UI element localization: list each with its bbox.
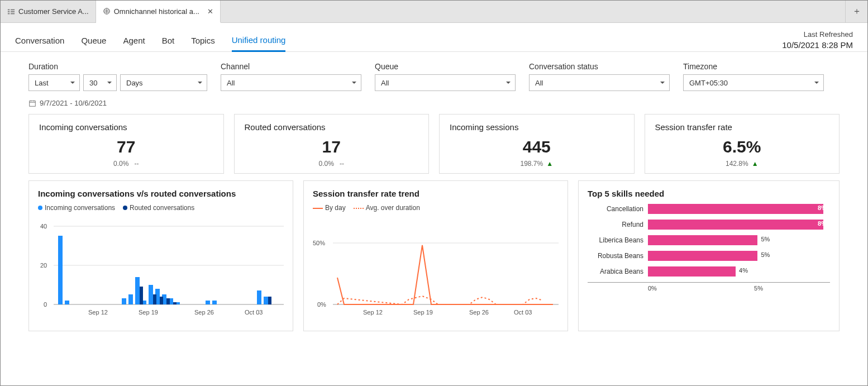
svg-rect-34: [160, 297, 163, 304]
kpi-title: Routed conversations: [245, 122, 419, 132]
svg-rect-20: [128, 294, 133, 304]
filter-status: Conversation status All: [529, 62, 670, 91]
svg-text:Sep 19: Sep 19: [139, 309, 158, 316]
filter-timezone: Timezone GMT+05:30: [683, 62, 824, 91]
svg-rect-18: [65, 301, 69, 304]
svg-rect-33: [153, 294, 156, 304]
svg-text:Sep 12: Sep 12: [363, 309, 383, 316]
subnav-queue[interactable]: Queue: [81, 30, 106, 51]
subnav-unified-routing[interactable]: Unified routing: [232, 30, 286, 52]
tab-omnichannel[interactable]: Omnichannel historical a... ✕: [96, 1, 221, 23]
svg-rect-36: [173, 302, 177, 304]
subnav-conversation[interactable]: Conversation: [15, 30, 64, 51]
subnav-agent[interactable]: Agent: [123, 30, 145, 51]
svg-text:Oct 03: Oct 03: [245, 309, 263, 316]
queue-select[interactable]: All: [375, 74, 516, 91]
svg-rect-23: [149, 285, 153, 304]
kpi-routed-conversations[interactable]: Routed conversations 17 0.0% --: [234, 114, 430, 174]
duration-value-select[interactable]: 30: [83, 74, 117, 91]
app-icon: [7, 8, 15, 16]
kpi-delta: 142.8%▲: [655, 160, 829, 168]
subnav-topics[interactable]: Topics: [191, 30, 215, 51]
svg-text:Sep 26: Sep 26: [194, 309, 214, 316]
svg-text:50%: 50%: [313, 240, 325, 246]
kpi-value: 445: [450, 137, 624, 156]
kpi-delta: 0.0% --: [245, 160, 419, 168]
line-chart-svg: 50% 0% Sep 12 Sep 19 Sep 26 Oct 03: [313, 215, 559, 321]
duration-unit-select[interactable]: Days: [120, 74, 207, 91]
legend-swatch-icon: [123, 206, 127, 210]
skill-label: Arabica Beans: [588, 268, 643, 275]
svg-text:0%: 0%: [317, 301, 326, 308]
kpi-title: Incoming conversations: [39, 122, 213, 132]
tab-customer-service[interactable]: Customer Service A...: [1, 1, 96, 22]
skill-row: Cancellation8%: [588, 204, 830, 214]
skill-bar: 5%: [648, 251, 830, 261]
status-select[interactable]: All: [529, 74, 670, 91]
svg-text:Sep 26: Sep 26: [469, 309, 489, 316]
filter-label: Timezone: [683, 62, 824, 71]
last-refreshed: Last Refreshed 10/5/2021 8:28 PM: [782, 30, 853, 50]
filter-label: Channel: [221, 62, 361, 71]
svg-text:Sep 19: Sep 19: [413, 309, 433, 316]
report-subnav: Conversation Queue Agent Bot Topics Unif…: [1, 23, 867, 52]
trend-up-icon: ▲: [546, 160, 553, 168]
kpi-incoming-sessions[interactable]: Incoming sessions 445 198.7%▲: [439, 114, 635, 174]
chart-transfer-rate-trend[interactable]: Session transfer rate trend By day Avg. …: [303, 180, 568, 331]
svg-text:Sep 12: Sep 12: [88, 309, 108, 316]
filter-duration: Duration Last 30 Days: [28, 62, 207, 91]
svg-rect-5: [11, 13, 15, 14]
chart-incoming-vs-routed[interactable]: Incoming conversations v/s routed conver…: [28, 180, 293, 331]
svg-rect-30: [257, 290, 261, 304]
filter-label: Duration: [28, 62, 207, 71]
filter-queue: Queue All: [375, 62, 516, 91]
duration-mode-select[interactable]: Last: [28, 74, 80, 91]
chart-top-skills[interactable]: Top 5 skills needed Cancellation8%Refund…: [578, 180, 840, 331]
refresh-label: Last Refreshed: [782, 30, 853, 40]
filter-label: Queue: [375, 62, 516, 71]
skill-row: Refund8%: [588, 220, 830, 230]
skill-bar: 8%: [648, 204, 830, 214]
kpi-value: 77: [39, 137, 213, 156]
svg-text:Oct 03: Oct 03: [514, 309, 532, 316]
svg-rect-0: [8, 9, 10, 10]
legend-swatch-icon: [354, 208, 364, 209]
skill-label: Liberica Beans: [588, 236, 643, 244]
tab-bar: Customer Service A... Omnichannel histor…: [1, 1, 867, 23]
subnav-bot[interactable]: Bot: [162, 30, 175, 51]
svg-rect-21: [135, 277, 140, 304]
skill-label: Robusta Beans: [588, 252, 643, 260]
svg-rect-17: [58, 236, 63, 304]
trend-up-icon: ▲: [752, 160, 759, 168]
chart-title: Incoming conversations v/s routed conver…: [38, 189, 284, 198]
x-axis: 0% 5%: [588, 282, 830, 292]
kpi-title: Session transfer rate: [655, 122, 829, 132]
kpi-incoming-conversations[interactable]: Incoming conversations 77 0.0% --: [28, 114, 224, 174]
skill-label: Cancellation: [588, 205, 643, 213]
skill-row: Liberica Beans5%: [588, 235, 830, 245]
chart-legend: By day Avg. over duration: [313, 204, 559, 212]
legend-swatch-icon: [38, 206, 42, 210]
skill-bar: 5%: [648, 235, 830, 245]
kpi-delta: 198.7%▲: [450, 160, 624, 168]
chart-legend: Incoming conversations Routed conversati…: [38, 204, 284, 212]
kpi-delta: 0.0% --: [39, 160, 213, 168]
refresh-timestamp: 10/5/2021 8:28 PM: [782, 40, 853, 51]
date-range-display: 9/7/2021 - 10/6/2021: [1, 96, 867, 111]
filters-row: Duration Last 30 Days Channel All Queue …: [1, 52, 867, 96]
svg-rect-1: [8, 11, 10, 12]
svg-rect-2: [8, 13, 10, 14]
close-icon[interactable]: ✕: [207, 7, 213, 16]
svg-rect-4: [11, 11, 15, 12]
kpi-title: Incoming sessions: [450, 122, 624, 132]
add-tab-button[interactable]: ＋: [845, 1, 867, 22]
kpi-session-transfer-rate[interactable]: Session transfer rate 6.5% 142.8%▲: [645, 114, 840, 174]
timezone-select[interactable]: GMT+05:30: [683, 74, 824, 91]
channel-select[interactable]: All: [221, 74, 361, 91]
skills-bars: Cancellation8%Refund8%Liberica Beans5%Ro…: [588, 204, 830, 277]
svg-rect-37: [268, 297, 271, 304]
tab-label: Customer Service A...: [18, 7, 89, 16]
chart-title: Session transfer rate trend: [313, 189, 559, 198]
chart-title: Top 5 skills needed: [588, 189, 830, 198]
filter-channel: Channel All: [221, 62, 361, 91]
